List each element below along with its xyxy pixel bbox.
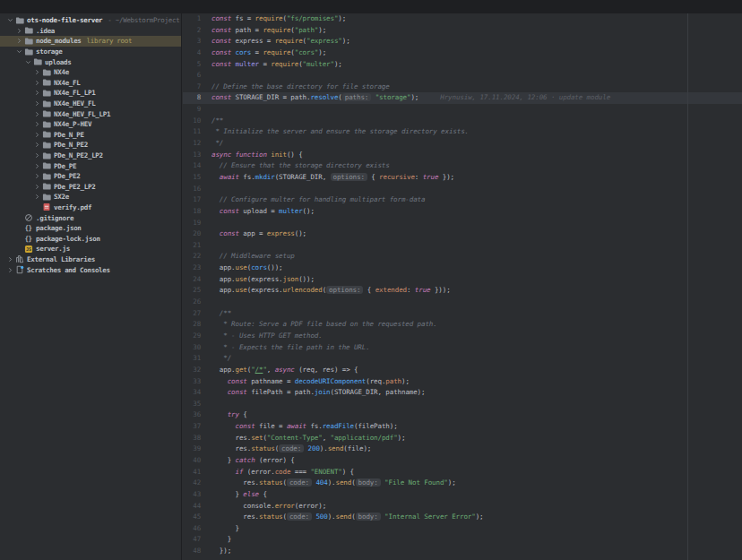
chevron-right-icon[interactable] [32,142,41,148]
tree-item-NX4e_FL[interactable]: NX4e_FL [0,78,181,89]
line-number[interactable]: 41 [183,467,201,478]
line-number[interactable]: 35 [183,399,201,410]
chevron-right-icon[interactable] [14,38,23,44]
tree-item-storage[interactable]: storage [0,47,181,57]
line-number[interactable]: 20 [183,228,201,240]
code-line-39[interactable]: 39 res.status(code: 200).send(file); [183,444,742,455]
line-number[interactable]: 12 [183,138,201,150]
chevron-right-icon[interactable] [32,111,41,117]
code-line-46[interactable]: 46 } [183,523,742,535]
code-line-16[interactable]: 16 [183,184,742,195]
code-line-42[interactable]: 42 res.status(code: 404).send(body: "Fil… [183,478,742,489]
code-line-37[interactable]: 37 const file = await fs.readFile(filePa… [183,421,742,433]
tree-item-PDe_N_PE[interactable]: PDe_N_PE [0,130,181,141]
line-number[interactable]: 28 [183,319,201,331]
tree-item-PDe_PE2_LP2[interactable]: PDe_PE2_LP2 [0,182,181,193]
line-number[interactable]: 31 [183,353,201,365]
code-line-43[interactable]: 43 } else { [183,489,742,501]
code-line-20[interactable]: 20 const app = express(); [183,228,742,240]
line-number[interactable]: 18 [183,206,201,218]
chevron-right-icon[interactable] [32,152,41,159]
tree-item-.idea[interactable]: .idea [0,26,181,37]
code-line-48[interactable]: 48 }); [183,546,742,557]
code-line-17[interactable]: 17 // Configure multer for handling mult… [183,194,742,206]
tree-item-Scratches and Consoles[interactable]: Scratches and Consoles [0,264,181,275]
line-number[interactable]: 19 [183,218,201,229]
chevron-right-icon[interactable] [32,69,41,75]
chevron-right-icon[interactable] [32,132,41,138]
code-line-38[interactable]: 38 res.set("Content-Type", "application/… [183,433,742,444]
tree-item-NX4e_FL_LP1[interactable]: NX4e_FL_LP1 [0,88,181,99]
code-line-11[interactable]: 11 * Initialize the server and ensure th… [183,126,742,138]
line-number[interactable]: 32 [183,365,201,376]
project-tree[interactable]: ots-node-file-server- ~/WebstormProject.… [0,13,182,560]
chevron-down-icon[interactable] [5,17,14,23]
chevron-right-icon[interactable] [32,173,41,179]
line-number[interactable]: 43 [183,489,201,501]
chevron-right-icon[interactable] [32,184,41,190]
line-number[interactable]: 13 [183,150,201,161]
code-line-10[interactable]: 10/** [183,116,742,127]
tree-item-package.json[interactable]: {}package.json [0,223,181,234]
chevron-right-icon[interactable] [5,267,14,273]
code-line-28[interactable]: 28 * Route: Serve a PDF file based on th… [183,319,742,331]
code-line-36[interactable]: 36 try { [183,409,742,421]
line-number[interactable]: 46 [183,523,201,535]
line-number[interactable]: 5 [183,59,201,71]
tree-item-server.js[interactable]: JSserver.js [0,244,181,254]
code-line-32[interactable]: 32 app.get("/*", async (req, res) => { [183,365,742,376]
tree-item-NX4e_HEV_FL_LP1[interactable]: NX4e_HEV_FL_LP1 [0,108,181,119]
code-line-4[interactable]: 4const cors = require("cors"); [183,47,742,59]
code-area[interactable]: 1const fs = require("fs/promises");2cons… [183,13,742,557]
chevron-down-icon[interactable] [23,59,32,65]
line-number[interactable]: 10 [183,116,201,127]
line-number[interactable]: 22 [183,251,201,263]
code-line-23[interactable]: 23 app.use(cors()); [183,263,742,274]
chevron-right-icon[interactable] [32,121,41,127]
line-number[interactable]: 3 [183,36,201,47]
code-line-45[interactable]: 45 res.status(code: 500).send(body: "Int… [183,512,742,523]
tree-item-uploads[interactable]: uploads [0,56,181,67]
line-number[interactable]: 39 [183,444,201,455]
tree-item-node_modules[interactable]: node_moduleslibrary root [0,36,181,47]
chevron-right-icon[interactable] [32,90,41,96]
line-number[interactable]: 8 [183,92,201,104]
line-number[interactable]: 2 [183,25,201,37]
code-line-8[interactable]: 8const STORAGE_DIR = path.resolve(paths:… [183,92,742,104]
code-line-3[interactable]: 3const express = require("express"); [183,36,742,47]
line-number[interactable]: 30 [183,342,201,354]
chevron-right-icon[interactable] [14,28,23,34]
code-line-9[interactable]: 9 [183,104,742,116]
line-number[interactable]: 27 [183,308,201,320]
tree-item-PDe_N_PE2[interactable]: PDe_N_PE2 [0,140,181,151]
code-line-1[interactable]: 1const fs = require("fs/promises"); [183,13,742,25]
code-line-18[interactable]: 18 const upload = multer(); [183,206,742,218]
code-line-2[interactable]: 2const path = require("path"); [183,25,742,37]
code-line-31[interactable]: 31 */ [183,353,742,365]
tree-item-External Libraries[interactable]: External Libraries [0,254,181,265]
line-number[interactable]: 45 [183,512,201,523]
chevron-right-icon[interactable] [32,163,41,169]
chevron-right-icon[interactable] [5,256,14,263]
line-number[interactable]: 15 [183,172,201,184]
code-line-15[interactable]: 15 await fs.mkdir(STORAGE_DIR, options: … [183,172,742,184]
line-number[interactable]: 26 [183,297,201,308]
line-number[interactable]: 38 [183,433,201,444]
code-line-14[interactable]: 14 // Ensure that the storage directory … [183,160,742,172]
code-line-47[interactable]: 47 } [183,534,742,546]
tree-item-NX4e[interactable]: NX4e [0,67,181,78]
line-number[interactable]: 24 [183,274,201,286]
line-number[interactable]: 7 [183,82,201,93]
code-line-7[interactable]: 7// Define the base directory for file s… [183,82,742,93]
line-number[interactable]: 16 [183,184,201,195]
line-number[interactable]: 33 [183,376,201,388]
code-line-35[interactable]: 35 [183,399,742,410]
line-number[interactable]: 47 [183,534,201,546]
chevron-right-icon[interactable] [32,100,41,107]
line-number[interactable]: 1 [183,13,201,25]
line-number[interactable]: 40 [183,455,201,467]
code-line-33[interactable]: 33 const pathname = decodeURIComponent(r… [183,376,742,388]
code-line-19[interactable]: 19 [183,218,742,229]
line-number[interactable]: 11 [183,126,201,138]
line-number[interactable]: 25 [183,285,201,297]
